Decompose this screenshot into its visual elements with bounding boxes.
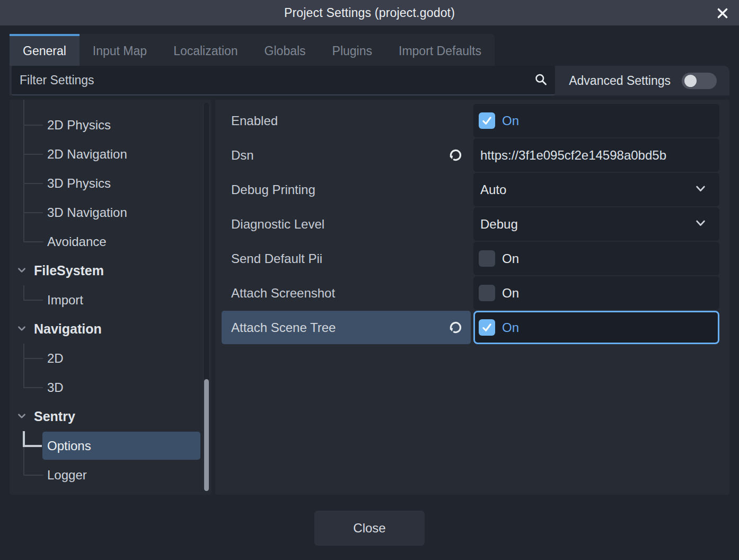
sidebar-item-sentry[interactable]: Sentry — [10, 402, 212, 431]
search-icon — [534, 73, 548, 89]
revert-icon[interactable] — [447, 319, 464, 336]
sidebar-item-2d[interactable]: 2D — [10, 344, 212, 373]
dropdown-value-text: Debug — [480, 217, 518, 232]
checkbox-unchecked-icon[interactable] — [479, 285, 495, 301]
setting-value-cell: On — [473, 276, 719, 310]
tree-guide — [23, 373, 24, 388]
debug-printing-dropdown[interactable]: Auto — [473, 173, 719, 206]
setting-label-text: Send Default Pii — [231, 251, 322, 266]
tree-guide — [23, 154, 43, 155]
sidebar-item-2d-navigation[interactable]: 2D Navigation — [10, 139, 212, 169]
revert-icon[interactable] — [447, 147, 464, 164]
checkbox-checked-icon[interactable] — [479, 112, 495, 129]
tree-scrollbar-thumb[interactable] — [204, 379, 209, 491]
sidebar-item-3d-navigation[interactable]: 3D Navigation — [10, 198, 212, 227]
project-settings-dialog: Project Settings (project.godot) General… — [0, 0, 739, 560]
setting-label-text: Attach Scene Tree — [231, 320, 336, 335]
sidebar-item-navigation[interactable]: Navigation — [10, 314, 212, 344]
setting-row-attach-screenshot: Attach Screenshot On — [222, 276, 719, 310]
setting-row-dsn: Dsn https://3f1e095cf2e14598a0bd5b — [222, 138, 719, 172]
advanced-settings-label: Advanced Settings — [569, 74, 671, 88]
sidebar-item-2d-physics[interactable]: 2D Physics — [10, 110, 212, 139]
setting-row-debug-printing: Debug Printing Auto — [222, 173, 719, 206]
setting-label: Enabled — [222, 104, 471, 137]
sidebar-item-avoidance[interactable]: Avoidance — [10, 227, 212, 256]
setting-label: Diagnostic Level — [222, 207, 471, 241]
tab-globals[interactable]: Globals — [251, 34, 319, 66]
tree-guide — [23, 183, 43, 184]
setting-row-diagnostic-level: Diagnostic Level Debug — [222, 207, 719, 241]
tab-bar: General Input Map Localization Globals P… — [10, 34, 729, 66]
setting-label-text: Attach Screenshot — [231, 286, 335, 301]
tab-general[interactable]: General — [10, 34, 80, 66]
dsn-value-text: https://3f1e095cf2e14598a0bd5b — [480, 148, 666, 163]
tab-input-map[interactable]: Input Map — [80, 34, 160, 66]
sidebar-item-3d-physics[interactable]: 3D Physics — [10, 169, 212, 198]
tree-item-label: 3D Navigation — [47, 205, 127, 220]
setting-label-text: Dsn — [231, 148, 254, 163]
tree-item-label: 3D Physics — [47, 176, 111, 191]
filter-settings-input[interactable] — [12, 66, 555, 95]
close-icon[interactable] — [715, 5, 731, 21]
setting-label: Dsn — [222, 138, 471, 172]
close-button[interactable]: Close — [314, 511, 425, 546]
setting-label-text: Enabled — [231, 113, 278, 128]
setting-row-send-default-pii: Send Default Pii On — [222, 242, 719, 275]
setting-label-text: Diagnostic Level — [231, 217, 324, 232]
tree-guide — [23, 475, 43, 476]
content-area: 2D Physics 2D Navigation 3D Physics 3D N… — [10, 100, 729, 495]
filter-wrap — [12, 66, 555, 95]
setting-label-highlighted[interactable]: Attach Scene Tree — [222, 311, 471, 344]
setting-row-enabled: Enabled On — [222, 104, 719, 137]
tree-scrollbar — [203, 102, 210, 493]
tree-guide — [23, 212, 43, 213]
tab-localization[interactable]: Localization — [160, 34, 251, 66]
tree-item-label: 2D Physics — [47, 118, 111, 133]
setting-label: Send Default Pii — [222, 242, 471, 275]
tree-item-label: Avoidance — [47, 234, 107, 249]
sidebar-item-logger[interactable]: Logger — [10, 460, 212, 489]
tree-guide — [23, 100, 24, 110]
tree-item-label: FileSystem — [34, 263, 104, 278]
checkbox-value-text: On — [502, 320, 519, 335]
chevron-down-icon — [16, 323, 27, 336]
checkbox-checked-icon[interactable] — [479, 319, 495, 336]
tab-plugins[interactable]: Plugins — [319, 34, 385, 66]
sidebar-item-import[interactable]: Import — [10, 285, 212, 314]
tree-item-label: 3D — [47, 380, 64, 395]
setting-value-cell: On — [473, 104, 719, 137]
sidebar-item-3d[interactable]: 3D — [10, 373, 212, 402]
tree-guide — [23, 300, 43, 301]
tree-guide — [23, 446, 24, 461]
chevron-down-icon — [16, 410, 27, 423]
dsn-text-field[interactable]: https://3f1e095cf2e14598a0bd5b — [473, 138, 719, 172]
tree-item-label: Navigation — [34, 321, 102, 337]
sidebar-item-filesystem[interactable]: FileSystem — [10, 256, 212, 285]
chevron-down-icon — [694, 182, 707, 197]
settings-panel: Enabled On Dsn — [215, 100, 729, 495]
checkbox-unchecked-icon[interactable] — [479, 250, 495, 267]
checkbox-value-text: On — [502, 286, 519, 301]
tree-item-label: Options — [47, 439, 91, 453]
tree-item-label: 2D — [47, 351, 64, 366]
tree-item-label: Sentry — [34, 409, 75, 424]
sidebar-item-options[interactable]: Options — [10, 431, 212, 460]
chevron-down-icon — [16, 265, 27, 277]
titlebar: Project Settings (project.godot) — [0, 0, 739, 25]
diagnostic-level-dropdown[interactable]: Debug — [473, 207, 719, 241]
checkbox-value-text: On — [502, 251, 519, 266]
tree-guide — [23, 285, 24, 300]
dialog-title: Project Settings (project.godot) — [284, 6, 455, 20]
advanced-settings-toggle[interactable] — [682, 73, 717, 89]
tree-guide — [23, 358, 43, 359]
tree-item-label: 2D Navigation — [47, 147, 127, 162]
setting-value-cell-focused: On — [473, 311, 719, 344]
tree-guide — [23, 241, 43, 242]
toggle-knob — [684, 75, 697, 87]
tree-guide — [23, 387, 43, 388]
tree-item-label: Logger — [47, 468, 87, 483]
setting-value-cell: On — [473, 242, 719, 275]
setting-label-text: Debug Printing — [231, 182, 315, 197]
tab-import-defaults[interactable]: Import Defaults — [385, 34, 495, 66]
tree-guide — [23, 125, 43, 126]
